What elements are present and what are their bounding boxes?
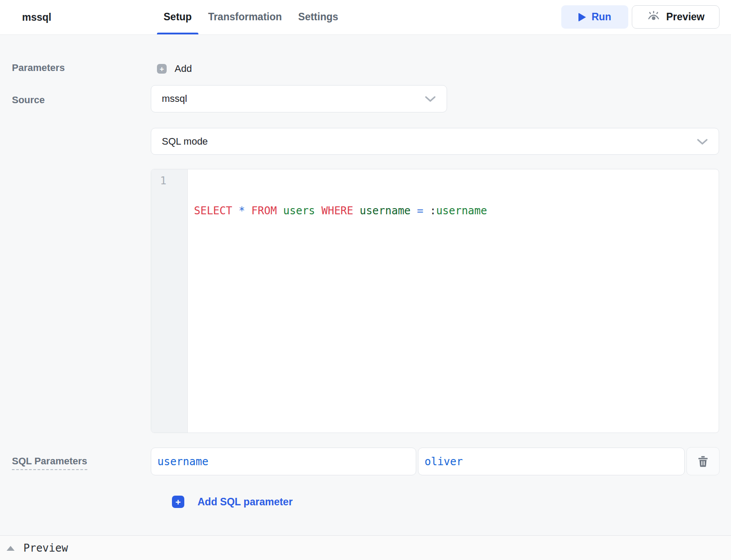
tab-bar: Setup Transformation Settings [157,0,345,34]
add-parameter-label: Add [175,63,192,75]
run-button[interactable]: Run [561,5,628,29]
run-button-label: Run [592,11,612,23]
parameters-label: Parameters [12,62,65,74]
sql-mode-select-value: SQL mode [162,136,208,147]
line-number: 1 [160,173,187,188]
sql-param-value-input[interactable] [418,448,685,475]
preview-panel-header: Preview [0,535,731,560]
code-area[interactable]: SELECT * FROM users WHERE username = :us… [188,169,719,433]
chevron-down-icon [425,95,436,102]
sql-code-editor[interactable]: 1 SELECT * FROM users WHERE username = :… [151,169,719,433]
trash-icon [697,455,709,468]
preview-panel-toggle[interactable]: Preview [7,536,68,560]
preview-button[interactable]: Preview [632,5,720,29]
plus-icon: + [157,64,167,74]
delete-sql-param-button[interactable] [686,447,720,475]
add-sql-parameter-label: Add SQL parameter [198,496,293,508]
eye-icon [647,10,660,24]
header: mssql Setup Transformation Settings Run … [0,0,731,35]
plus-icon: + [172,496,184,508]
query-title: mssql [22,0,51,34]
editor-gutter: 1 [151,169,188,433]
collapse-triangle-icon [7,546,15,551]
tab-transformation[interactable]: Transformation [201,0,288,34]
tab-settings[interactable]: Settings [291,0,345,34]
chevron-down-icon [697,138,708,145]
preview-panel-label: Preview [23,542,68,554]
source-select[interactable]: mssql [151,85,447,112]
source-select-value: mssql [162,93,187,105]
source-label: Source [12,94,45,106]
header-actions: Run Preview [561,5,720,29]
tab-setup[interactable]: Setup [157,0,198,34]
add-sql-parameter-button[interactable]: + Add SQL parameter [172,496,293,508]
add-parameter-button[interactable]: + Add [157,63,192,75]
play-icon [578,13,586,22]
sql-param-name-input[interactable] [151,448,416,475]
code-line: SELECT * FROM users WHERE username = :us… [194,203,719,218]
preview-button-label: Preview [666,11,705,23]
sql-mode-select[interactable]: SQL mode [151,128,719,155]
sql-parameters-label: SQL Parameters [12,455,87,470]
